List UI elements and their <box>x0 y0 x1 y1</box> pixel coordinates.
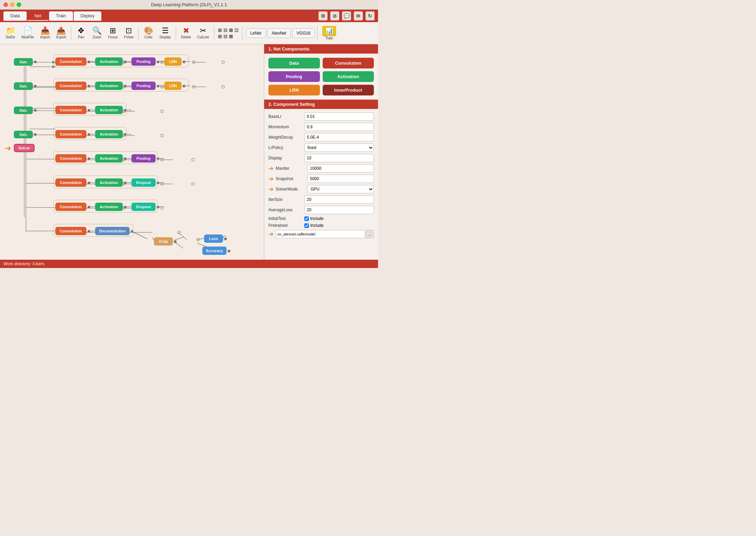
comp-act-button[interactable]: Activation <box>323 71 374 82</box>
data-node-1[interactable]: Data <box>14 58 33 66</box>
maxiter-input[interactable] <box>307 164 374 173</box>
tab-train[interactable]: Train <box>49 11 73 21</box>
import-button[interactable]: 📥 Import <box>37 26 53 40</box>
alexnet-button[interactable]: AlexNet <box>267 28 291 38</box>
tab-net[interactable]: Net <box>27 11 48 21</box>
pretrained-checkbox[interactable] <box>304 223 309 228</box>
pool-node-2[interactable]: Pooling <box>131 82 156 90</box>
solver-node[interactable]: Solver <box>14 144 35 152</box>
settings-icon[interactable]: ⚙ <box>319 11 328 20</box>
momentum-input[interactable] <box>304 123 374 131</box>
solvermode-select[interactable]: GPU CPU <box>307 185 374 193</box>
comp-inner-button[interactable]: InnerProduct <box>323 85 374 95</box>
tab-data[interactable]: Data <box>3 11 27 21</box>
pretrained-row: Pretrained Include <box>268 223 374 228</box>
conv-node-3[interactable]: Convolution <box>55 106 86 114</box>
fview-button[interactable]: ⊡ FView <box>121 26 136 40</box>
tab-deploy[interactable]: Deploy <box>74 11 101 21</box>
dropout-node-2[interactable]: Dropout <box>131 203 156 211</box>
net-components-grid: Data Convolution Pooling Activation LRN … <box>264 54 378 100</box>
itersize-input[interactable] <box>304 195 374 204</box>
refresh-icon[interactable]: ↻ <box>366 11 375 20</box>
pretrainedfile-browse-button[interactable]: ... <box>366 230 374 238</box>
window-title: Deep Learning Platform (DLP)_V1.1.1 <box>151 2 227 7</box>
vgg16-button[interactable]: VGG16 <box>292 28 315 38</box>
snapshot-input[interactable] <box>307 175 374 183</box>
loss-node[interactable]: Loss <box>204 234 223 243</box>
act-node-7[interactable]: Activation <box>95 203 123 211</box>
comp-conv-button[interactable]: Convolution <box>323 58 374 68</box>
lrn-node-2[interactable]: LRN <box>164 82 182 90</box>
conv-node-6[interactable]: Convolution <box>55 178 86 187</box>
act-node-4[interactable]: Activation <box>95 130 123 138</box>
snapshot-label: Snapshot <box>276 176 306 181</box>
averageloss-input[interactable] <box>304 206 374 214</box>
initialtest-checkbox[interactable] <box>304 216 309 221</box>
wechat-icon[interactable]: 💬 <box>342 11 351 20</box>
export-button[interactable]: 📤 Export <box>53 26 69 40</box>
minimize-button[interactable] <box>10 2 15 7</box>
dist-v-icon[interactable]: ⊟ <box>223 34 228 39</box>
solvermode-arrow: ➔ <box>268 185 274 193</box>
dist-h-icon[interactable]: ⊞ <box>218 34 222 39</box>
act-node-6[interactable]: Activation <box>95 178 123 187</box>
act-node-1[interactable]: Activation <box>95 57 123 66</box>
tab-bar: Data Net Train Deploy ⚙ ⊘ 💬 ✉ ↻ <box>0 10 378 22</box>
conv-node-2[interactable]: Convolution <box>55 82 86 90</box>
tabs-container: Data Net Train Deploy <box>3 11 101 21</box>
act-node-2[interactable]: Activation <box>95 82 123 90</box>
maximize-button[interactable] <box>17 2 21 7</box>
train-button[interactable]: 📊 Train <box>320 25 339 41</box>
delete-button[interactable]: ✖ Delete <box>178 26 194 40</box>
initialtest-row: InitialTest Include <box>268 216 374 221</box>
align-mid-icon[interactable]: ⊟ <box>223 27 228 33</box>
canvas-area[interactable]: ➔ Data Data Data Data Solver Convolution… <box>0 44 264 260</box>
cutline-button[interactable]: ✂ CutLine <box>194 26 212 40</box>
conv-node-7[interactable]: Convolution <box>55 203 86 211</box>
compass-icon[interactable]: ⊘ <box>330 11 339 20</box>
pan-button[interactable]: ✥ Pan <box>73 26 89 40</box>
deconv-node[interactable]: Deconvolution <box>95 227 130 235</box>
act-node-5[interactable]: Activation <box>95 154 123 163</box>
lrn-node-1[interactable]: LRN <box>164 57 182 66</box>
setdir-button[interactable]: 📁 SetDir <box>3 26 18 40</box>
act-node-3[interactable]: Activation <box>95 106 123 114</box>
data-node-4[interactable]: Data <box>14 131 33 138</box>
dist-icon3[interactable]: ⊠ <box>229 34 233 39</box>
conv-node-8[interactable]: Convolution <box>55 227 86 235</box>
data-node-2[interactable]: Data <box>14 82 33 90</box>
comp-lrn-button[interactable]: LRN <box>268 85 320 95</box>
display-input[interactable] <box>304 154 374 162</box>
align-top-icon[interactable]: ⊞ <box>218 27 222 33</box>
sep3 <box>176 26 176 40</box>
pretrainedfile-input[interactable] <box>276 230 365 238</box>
lenet-button[interactable]: LeNet <box>246 28 266 38</box>
focus-button[interactable]: ⊞ Focus <box>105 26 120 40</box>
conv-node-1[interactable]: Convolution <box>55 57 86 66</box>
align-right-icon[interactable]: ⊡ <box>234 27 239 33</box>
align-bottom-icon[interactable]: ⊠ <box>229 27 233 33</box>
weightdecay-input[interactable] <box>304 133 374 141</box>
accuracy-node[interactable]: Accuracy <box>202 247 227 255</box>
zoom-icon: 🔍 <box>92 27 102 35</box>
pool-node-5[interactable]: Pooling <box>131 154 156 163</box>
crop-node[interactable]: Crop <box>154 237 173 246</box>
comp-data-button[interactable]: Data <box>268 58 320 68</box>
data-node-3[interactable]: Data <box>14 107 33 114</box>
lrpolicy-select[interactable]: fixed step poly <box>304 144 374 152</box>
mail-icon[interactable]: ✉ <box>354 11 363 20</box>
conv-node-4[interactable]: Convolution <box>55 130 86 138</box>
newfile-button[interactable]: 📄 NewFile <box>19 26 37 40</box>
dropout-node-1[interactable]: Dropout <box>131 178 156 187</box>
conv-node-5[interactable]: Convolution <box>55 154 86 163</box>
baselr-input[interactable] <box>304 112 374 121</box>
zoom-button[interactable]: 🔍 Zoom <box>89 26 104 40</box>
svg-point-32 <box>160 134 163 137</box>
close-button[interactable] <box>3 2 8 7</box>
display-button[interactable]: ☰ Display <box>157 26 174 40</box>
maxiter-row: ➔ MaxIter <box>268 164 374 173</box>
pool-node-1[interactable]: Pooling <box>131 57 156 66</box>
comp-pool-button[interactable]: Pooling <box>268 71 320 82</box>
color-button[interactable]: 🎨 Color <box>141 26 156 40</box>
fview-icon: ⊡ <box>126 27 132 35</box>
